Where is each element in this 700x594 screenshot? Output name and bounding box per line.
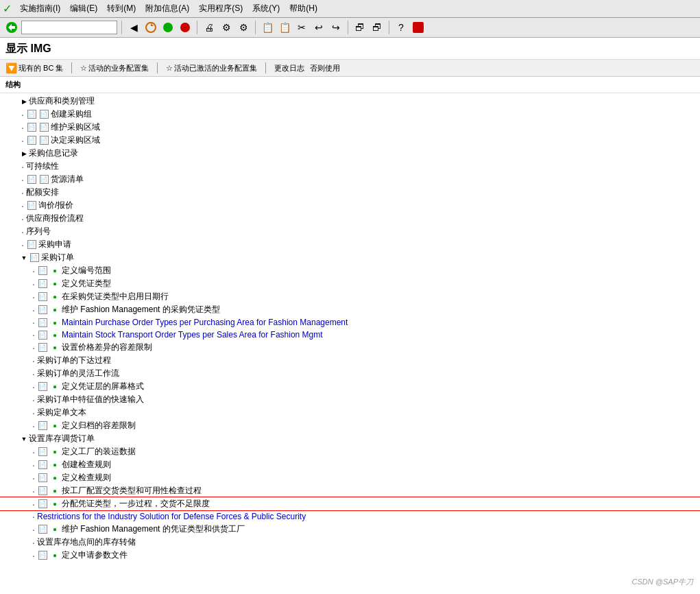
tree-item-label: 采购订单中特征值的快速输入 bbox=[37, 394, 144, 405]
tree-item[interactable]: · 📄📄 创建采购组 bbox=[0, 108, 700, 121]
tree-item[interactable]: · 📄● 在采购凭证类型中启用日期行 bbox=[0, 290, 700, 303]
tree-item[interactable]: · 📄● 定义申请参数文件 bbox=[0, 549, 700, 562]
action-active-config[interactable]: ☆ 活动的业务配置集 bbox=[80, 63, 149, 73]
redo-button[interactable]: ↪ bbox=[328, 20, 343, 35]
tree-item-label: 设置库存地点间的库存转储 bbox=[37, 536, 136, 548]
green-circle-button[interactable] bbox=[160, 20, 176, 35]
tree-item[interactable]: · 📄● 定义编号范围 bbox=[0, 264, 700, 277]
red-circle-button[interactable] bbox=[178, 20, 193, 35]
tree-item-label: 维护采购区域 bbox=[51, 121, 100, 133]
menu-item-help[interactable]: 帮助(H) bbox=[285, 1, 322, 16]
tree-dot: · bbox=[30, 511, 37, 522]
green-circle-icon: ● bbox=[49, 292, 60, 302]
menu-item-goto[interactable]: 转到(M) bbox=[103, 1, 140, 16]
tree-item[interactable]: · 采购订单的下达过程 bbox=[0, 354, 700, 367]
command-input[interactable] bbox=[21, 21, 117, 34]
nav-back-button[interactable]: ◀ bbox=[126, 20, 141, 35]
menu-check-icon: ✓ bbox=[3, 2, 12, 15]
tree-item[interactable]: · 采购订单的灵活工作流 bbox=[0, 367, 700, 380]
settings2-button[interactable]: ⚙ bbox=[236, 20, 251, 35]
tree-item[interactable]: · 📄● 定义凭证层的屏幕格式 bbox=[0, 380, 700, 393]
tree-item[interactable]: · 设置库存地点间的库存转储 bbox=[0, 536, 700, 549]
paste-button[interactable]: 📋 bbox=[277, 20, 292, 35]
tree-dot: · bbox=[19, 226, 26, 237]
tree-dot: · bbox=[30, 305, 37, 316]
action-activated-config[interactable]: ☆ 活动已激活的业务配置集 bbox=[166, 63, 257, 73]
tree-item[interactable]: · 序列号 bbox=[0, 225, 700, 238]
tree-item[interactable]: · 📄● 激活自动交货创建和 CRM 开票 bbox=[0, 562, 700, 564]
back-button[interactable] bbox=[4, 20, 19, 35]
page-icon: 📄 bbox=[37, 550, 48, 561]
page-icon: 📄 bbox=[37, 447, 48, 458]
menu-item-utils[interactable]: 实用程序(S) bbox=[195, 1, 247, 16]
tree-item-label: 激活自动交货创建和 CRM 开票 bbox=[62, 562, 176, 564]
action-otherwise-use[interactable]: 否则使用 bbox=[310, 63, 340, 73]
page-icon: 📄 bbox=[37, 486, 48, 497]
action-filter[interactable]: 🔽 现有的 BC 集 bbox=[5, 62, 63, 73]
green-circle-icon: ● bbox=[49, 342, 60, 353]
tree-item[interactable]: · 供应商报价流程 bbox=[0, 212, 700, 225]
page-icon: 📄 bbox=[37, 524, 48, 535]
tree-item[interactable]: · 📄● Maintain Purchase Order Types per P… bbox=[0, 316, 700, 329]
window2-button[interactable]: 🗗 bbox=[370, 20, 385, 35]
tree-item[interactable]: · Restrictions for the Industry Solution… bbox=[0, 510, 700, 523]
green-circle-icon: ● bbox=[49, 420, 60, 431]
action-change-log[interactable]: 更改日志 bbox=[274, 63, 304, 73]
tree-item[interactable]: · 📄 采购申请 bbox=[0, 238, 700, 251]
tree-item[interactable]: · 📄● 定义工厂的装运数据 bbox=[0, 445, 700, 458]
tree-item[interactable]: · 采购定单文本 bbox=[0, 406, 700, 419]
tree-item[interactable]: · 可持续性 bbox=[0, 160, 700, 173]
page-icon: 📄 bbox=[37, 342, 48, 353]
svg-point-4 bbox=[163, 23, 173, 32]
green-circle-icon: ● bbox=[49, 305, 60, 316]
tree-item[interactable]: · 📄📄 维护采购区域 bbox=[0, 121, 700, 134]
toolbar-separator-1 bbox=[121, 21, 122, 34]
tree-item[interactable]: · 📄● 定义检查规则 bbox=[0, 471, 700, 484]
cut-button[interactable]: ✂ bbox=[294, 20, 309, 35]
undo-button[interactable]: ↩ bbox=[311, 20, 326, 35]
tree-item[interactable]: · 采购订单中特征值的快速输入 bbox=[0, 393, 700, 406]
toolbar-separator-3 bbox=[255, 21, 256, 34]
action-sep-1 bbox=[71, 62, 72, 73]
tree-item[interactable]: ▶ 采购信息记录 bbox=[0, 147, 700, 160]
tree-item-label: 在采购凭证类型中启用日期行 bbox=[62, 291, 169, 302]
tree-item[interactable]: ▶ 供应商和类别管理 bbox=[0, 95, 700, 108]
tree-item-label: 序列号 bbox=[26, 226, 51, 237]
menu-item-info[interactable]: 附加信息(A) bbox=[141, 1, 193, 16]
help-button[interactable]: ? bbox=[394, 20, 409, 35]
tree-item[interactable]: · 📄● 按工厂配置交货类型和可用性检查过程 bbox=[0, 484, 700, 497]
page-title: 显示 IMG bbox=[5, 42, 695, 56]
window-button[interactable]: 🗗 bbox=[352, 20, 367, 35]
tree-item[interactable]: · 📄 询价/报价 bbox=[0, 199, 700, 212]
tree-item[interactable]: · 📄● Maintain Stock Transport Order Type… bbox=[0, 329, 700, 341]
tree-item[interactable]: · 📄● 创建检查规则 bbox=[0, 458, 700, 471]
tree-dot: · bbox=[30, 355, 37, 366]
tree-item[interactable]: · 📄📄 决定采购区域 bbox=[0, 134, 700, 147]
tree-dot: · bbox=[30, 550, 37, 561]
svg-point-5 bbox=[180, 23, 190, 32]
tree-item[interactable]: ▼ 设置库存调货订单 bbox=[0, 432, 700, 445]
menu-item-guide[interactable]: 实施指南(I) bbox=[16, 1, 64, 16]
page-icon: 📄 bbox=[37, 329, 48, 340]
tree-item-label: 采购申请 bbox=[38, 239, 71, 250]
tree-item[interactable]: · 配额安排 bbox=[0, 186, 700, 199]
tree-item-label: 采购定单文本 bbox=[37, 407, 86, 418]
tree-dot: · bbox=[30, 473, 37, 484]
tree-item[interactable]: · 📄● 分配凭证类型，一步过程，交货不足限度 bbox=[0, 497, 700, 510]
menu-item-system[interactable]: 系统(Y) bbox=[248, 1, 284, 16]
tree-item[interactable]: · 📄● 定义凭证类型 bbox=[0, 277, 700, 290]
page-icon: 📄 bbox=[37, 278, 48, 289]
menu-item-edit[interactable]: 编辑(E) bbox=[66, 1, 101, 16]
print-button[interactable]: 🖨 bbox=[202, 20, 217, 35]
copy-button[interactable]: 📋 bbox=[260, 20, 275, 35]
settings-button[interactable]: ⚙ bbox=[219, 20, 234, 35]
tree-item[interactable]: · 📄● 设置价格差异的容差限制 bbox=[0, 341, 700, 354]
tree-item[interactable]: · 📄● 维护 Fashion Management 的采购凭证类型 bbox=[0, 303, 700, 316]
tree-item[interactable]: · 📄📄 货源清单 bbox=[0, 173, 700, 186]
tree-dot: · bbox=[30, 265, 37, 276]
info-button[interactable] bbox=[411, 20, 426, 35]
tree-item[interactable]: · 📄● 定义归档的容差限制 bbox=[0, 419, 700, 432]
tree-item[interactable]: · 📄● 维护 Fashion Management 的凭证类型和供货工厂 bbox=[0, 523, 700, 536]
refresh-button[interactable] bbox=[143, 20, 158, 35]
tree-item[interactable]: ▼ 📄 采购订单 bbox=[0, 251, 700, 264]
